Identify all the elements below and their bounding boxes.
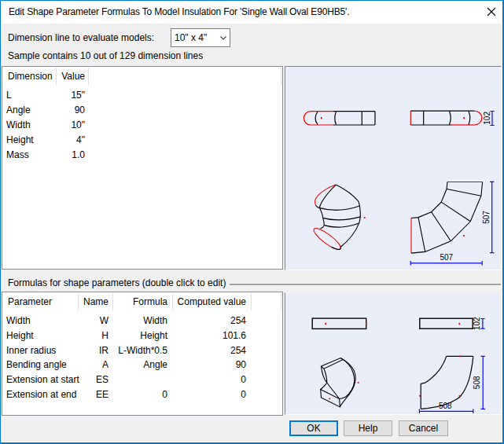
svg-text:507: 507 xyxy=(482,211,491,224)
svg-text:102: 102 xyxy=(483,112,491,125)
svg-text:508: 508 xyxy=(439,402,452,410)
svg-text:102: 102 xyxy=(473,317,481,330)
svg-text:507: 507 xyxy=(440,253,453,262)
svg-text:508: 508 xyxy=(473,376,481,389)
